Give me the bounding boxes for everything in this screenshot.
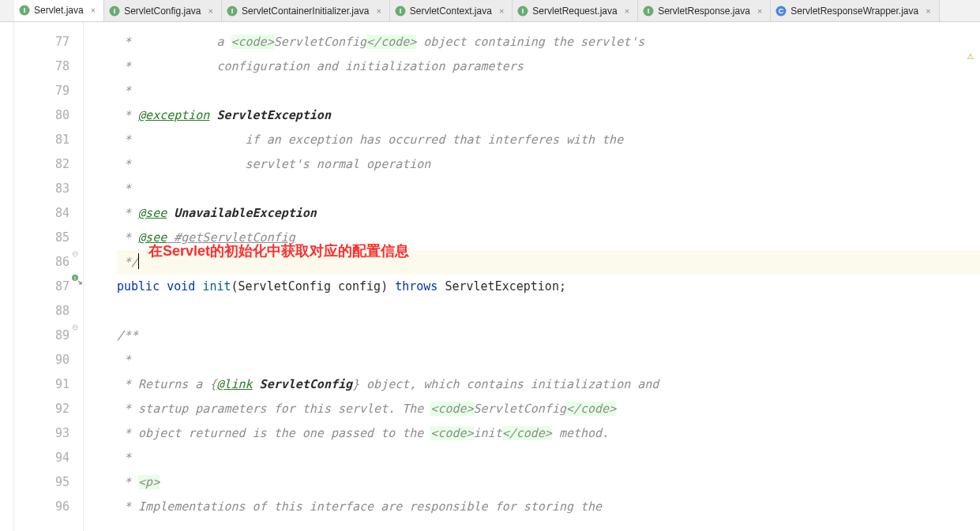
code-line <box>117 299 980 323</box>
line-number: 90 <box>14 348 69 372</box>
code-line-current: */在Servlet的初始化中获取对应的配置信息 <box>117 250 980 275</box>
tab-label: ServletConfig.java <box>124 6 201 17</box>
tab-servlet[interactable]: I Servlet.java × <box>14 0 104 22</box>
svg-text:I: I <box>648 7 650 15</box>
svg-text:I: I <box>114 7 116 15</box>
line-number: 80 <box>14 103 69 128</box>
interface-icon: I <box>227 6 238 17</box>
close-icon[interactable]: × <box>89 6 97 15</box>
class-icon: C <box>775 6 787 17</box>
fold-icon[interactable]: ⊖ <box>72 249 81 259</box>
tab-label: ServletResponseWrapper.java <box>790 6 918 17</box>
svg-text:I: I <box>522 7 524 15</box>
line-number: 95 <box>14 470 69 495</box>
line-number: 83 <box>14 177 69 201</box>
svg-text:C: C <box>779 7 784 15</box>
tab-servletcontext[interactable]: I ServletContext.java × <box>390 0 513 22</box>
tab-label: ServletContext.java <box>410 6 492 17</box>
overlay-annotation: 在Servlet的初始化中获取对应的配置信息 <box>148 239 409 264</box>
tab-servletresponse[interactable]: I ServletResponse.java × <box>638 0 771 22</box>
line-number: 84 <box>14 201 69 226</box>
left-margin <box>0 22 14 531</box>
line-number: 88 <box>14 299 69 323</box>
svg-text:I: I <box>24 6 26 14</box>
code-line: * a <code>ServletConfig</code> object co… <box>117 30 980 54</box>
close-icon[interactable]: × <box>756 6 764 16</box>
line-number: 91 <box>14 372 69 397</box>
code-line: * Returns a {@link ServletConfig} object… <box>117 372 980 397</box>
svg-text:I: I <box>74 275 76 281</box>
close-icon[interactable]: × <box>924 6 932 16</box>
close-icon[interactable]: × <box>207 6 215 16</box>
line-number: 92 <box>14 397 69 421</box>
code-editor[interactable]: ⚠ * a <code>ServletConfig</code> object … <box>84 22 980 531</box>
line-number: 77 <box>14 30 69 54</box>
svg-text:I: I <box>231 7 234 15</box>
code-line: * startup parameters for this servlet. T… <box>117 397 980 421</box>
line-number: 87 <box>14 275 69 299</box>
code-line: * configuration and initialization param… <box>117 54 980 79</box>
interface-icon: I <box>109 6 120 17</box>
code-line: * servlet's normal operation <box>117 152 980 177</box>
editor-tabs-bar: I Servlet.java × I ServletConfig.java × … <box>0 0 980 22</box>
code-line: * <box>117 79 980 103</box>
code-line: * Implementations of this interface are … <box>117 495 980 519</box>
code-line: * <p> <box>117 470 980 495</box>
close-icon[interactable]: × <box>374 6 382 16</box>
line-number: 89 <box>14 323 69 348</box>
interface-icon: I <box>643 6 654 17</box>
caret <box>138 253 139 269</box>
tab-label: ServletContainerInitializer.java <box>242 6 369 17</box>
line-number: 82 <box>14 152 69 177</box>
line-number: 93 <box>14 421 69 446</box>
tab-label: Servlet.java <box>34 5 84 16</box>
close-icon[interactable]: × <box>498 6 505 16</box>
svg-text:I: I <box>400 7 402 15</box>
tab-label: ServletResponse.java <box>658 6 750 17</box>
close-icon[interactable]: × <box>623 6 631 16</box>
line-number-gutter: 77 78 79 80 81 82 83 84 85 86 87 88 89 9… <box>14 22 69 531</box>
code-line: public void init(ServletConfig config) t… <box>117 275 980 299</box>
tab-servletresponsewrapper[interactable]: C ServletResponseWrapper.java × <box>771 0 939 22</box>
tab-servletrequest[interactable]: I ServletRequest.java × <box>513 0 638 22</box>
tab-label: ServletRequest.java <box>532 6 617 17</box>
implementing-method-icon[interactable]: I <box>71 274 82 285</box>
code-line: * object returned is the one passed to t… <box>117 421 980 446</box>
line-number: 85 <box>14 226 69 250</box>
gutter-icons: ⊖ I ⊖ <box>69 22 84 531</box>
line-number: 81 <box>14 128 69 152</box>
editor-area: 77 78 79 80 81 82 83 84 85 86 87 88 89 9… <box>0 22 980 531</box>
code-line: * if an exception has occurred that inte… <box>117 128 980 152</box>
interface-icon: I <box>19 5 30 16</box>
code-line: * <box>117 446 980 470</box>
line-number: 94 <box>14 446 69 470</box>
code-line: /** <box>117 323 980 348</box>
tab-servletcontainerinitializer[interactable]: I ServletContainerInitializer.java × <box>222 0 390 22</box>
tab-servletconfig[interactable]: I ServletConfig.java × <box>104 0 222 22</box>
code-line: * <box>117 177 980 201</box>
code-line: * <box>117 348 980 372</box>
line-number: 96 <box>14 495 69 519</box>
fold-icon[interactable]: ⊖ <box>72 323 81 332</box>
line-number: 78 <box>14 54 69 79</box>
interface-icon: I <box>517 6 528 17</box>
line-number: 86 <box>14 250 69 275</box>
line-number: 79 <box>14 79 69 103</box>
code-line: * @exception ServletException <box>117 103 980 128</box>
interface-icon: I <box>395 6 406 17</box>
code-line: * @see UnavailableException <box>117 201 980 226</box>
